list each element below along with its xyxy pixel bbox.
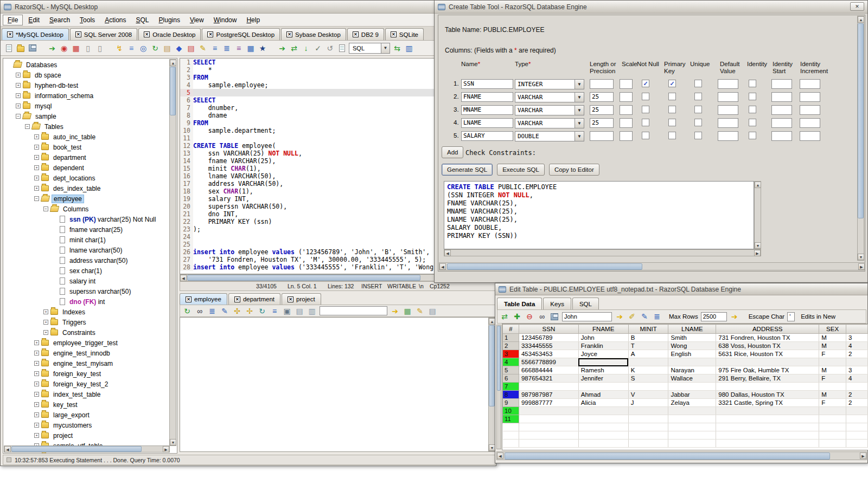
cell[interactable] — [716, 358, 819, 366]
row-number[interactable]: 10 — [503, 407, 519, 415]
expand-icon[interactable]: + — [43, 320, 48, 325]
paste-icon[interactable]: ▥ — [307, 306, 317, 316]
result-tab-project[interactable]: ✕project — [282, 293, 321, 305]
cell[interactable]: 2 — [846, 391, 868, 399]
expand-icon[interactable]: + — [34, 433, 39, 438]
primary-key-checkbox[interactable] — [668, 93, 676, 100]
cell[interactable] — [578, 358, 628, 366]
primary-key-checkbox[interactable] — [668, 106, 676, 113]
cell[interactable]: Narayan — [668, 366, 716, 374]
sql-mode-combobox[interactable]: SQL▼ — [349, 43, 390, 54]
add-row-icon[interactable]: ✚ — [512, 312, 522, 321]
tree-item-engine_test_innodb[interactable]: +engine_test_innodb — [3, 348, 164, 358]
edit-results-icon[interactable]: ✎ — [415, 306, 425, 316]
table-row[interactable]: 6987654321JenniferSWallace291 Berry, Bel… — [503, 374, 868, 383]
dialog-vscrollbar[interactable]: ▲ ▼ — [857, 16, 864, 261]
cell[interactable]: John — [578, 334, 628, 342]
list-icon[interactable]: ≡ — [270, 306, 279, 316]
table-row[interactable]: 5666884444RameshKNarayan975 Fire Oak, Hu… — [503, 366, 868, 374]
results-vscroll-thumb[interactable] — [489, 325, 495, 406]
tree-item-auto_inc_table[interactable]: +auto_inc_table — [3, 132, 164, 142]
column-header-#[interactable]: # — [503, 325, 519, 334]
not-null-checkbox[interactable] — [642, 106, 649, 113]
key-icon[interactable]: ✣ — [232, 306, 242, 316]
copy-to-editor-button[interactable]: Copy to Editor — [549, 164, 599, 176]
cell[interactable] — [519, 383, 578, 391]
scroll-right-icon[interactable]: ▶ — [860, 453, 866, 459]
row-number[interactable]: 1 — [503, 334, 519, 342]
tree-item-index_test_table[interactable]: +index_test_table — [3, 389, 164, 399]
cell[interactable] — [628, 358, 668, 366]
menu-item-file[interactable]: File — [3, 15, 23, 25]
cell[interactable]: F — [819, 350, 846, 358]
save-icon[interactable] — [550, 312, 559, 321]
primary-key-checkbox[interactable]: ✓ — [668, 80, 676, 87]
menu-item-actions[interactable]: Actions — [100, 15, 130, 25]
collapse-icon[interactable]: − — [34, 196, 39, 201]
tree-item-department[interactable]: +department — [3, 152, 164, 163]
connection-tab-sql-server-2008[interactable]: ✕SQL Server 2008 — [70, 28, 137, 40]
tree-item-foreign_key_test_2[interactable]: +foreign_key_test_2 — [3, 379, 164, 389]
tree-vscroll-thumb[interactable] — [170, 67, 176, 115]
scroll-left-icon[interactable]: ◀ — [497, 453, 503, 459]
edit-search-input[interactable]: John — [562, 312, 612, 321]
menu-item-search[interactable]: Search — [45, 15, 74, 25]
unique-checkbox[interactable] — [694, 119, 702, 126]
cell[interactable]: M — [819, 342, 846, 350]
cell[interactable] — [716, 415, 819, 423]
cell[interactable]: 3321 Castle, Spring TX — [716, 399, 819, 407]
row-number[interactable]: 5 — [503, 366, 519, 374]
cell[interactable] — [819, 383, 846, 391]
connection-tab-postgresql-desktop[interactable]: ✕PostgreSQL Desktop — [202, 28, 280, 40]
menu-item-sql[interactable]: SQL — [132, 15, 154, 25]
column-header-SSN[interactable]: SSN — [519, 325, 578, 334]
column-type-select[interactable]: INTEGER▼ — [515, 79, 584, 89]
object-icon[interactable]: ◆ — [174, 43, 184, 53]
primary-key-checkbox[interactable] — [668, 119, 676, 126]
cell[interactable]: 5566778899 — [519, 358, 578, 366]
scroll-left-icon[interactable]: ◀ — [444, 250, 451, 256]
column-name-input[interactable]: FNAME — [461, 92, 513, 102]
tab-sql[interactable]: SQL — [572, 298, 599, 309]
collapse-icon[interactable]: − — [16, 114, 21, 119]
edit-icon[interactable]: ✎ — [640, 312, 649, 321]
column-name-input[interactable]: LNAME — [461, 118, 513, 128]
cell[interactable] — [846, 415, 868, 423]
table-row[interactable]: 1123456789JohnBSmith731 Fondren, Houston… — [503, 334, 868, 342]
refresh-icon[interactable]: ⇄ — [500, 312, 509, 321]
scroll-down-icon[interactable]: ▼ — [755, 242, 761, 249]
clipboard-icon[interactable]: ▤ — [162, 43, 172, 53]
close-tab-icon[interactable]: ✕ — [286, 31, 292, 37]
connection-tab-sybase-desktop[interactable]: ✕Sybase Desktop — [281, 28, 346, 40]
column-header-SEX[interactable]: SEX — [819, 325, 846, 334]
tree-item-indexes[interactable]: +Indexes — [3, 307, 164, 317]
cell[interactable]: T — [628, 342, 668, 350]
unique-checkbox[interactable] — [694, 80, 702, 87]
expand-icon[interactable]: + — [34, 371, 39, 376]
expand-icon[interactable]: + — [34, 145, 39, 150]
column-header-FNAME[interactable]: FNAME — [578, 325, 628, 334]
expand-icon[interactable]: + — [43, 309, 48, 314]
cell[interactable]: 453453453 — [519, 350, 578, 358]
edit-list-icon[interactable]: ✎ — [198, 43, 208, 53]
close-tab-icon[interactable]: ✕ — [186, 296, 192, 302]
expand-icon[interactable]: + — [16, 104, 21, 108]
length-input[interactable] — [590, 131, 614, 141]
delete-row-icon[interactable]: ⊖ — [525, 312, 534, 321]
not-null-checkbox[interactable] — [642, 93, 649, 100]
scroll-up-icon[interactable]: ▲ — [755, 182, 761, 188]
edit-left-vscrollbar[interactable] — [496, 325, 501, 449]
favorites-icon[interactable]: ★ — [258, 43, 267, 53]
scale-input[interactable] — [620, 105, 633, 115]
close-tab-icon[interactable]: ✕ — [144, 31, 150, 37]
menu-item-plugins[interactable]: Plugins — [155, 15, 184, 25]
cell[interactable]: Joyce — [578, 350, 628, 358]
cell[interactable]: Smith — [668, 334, 716, 342]
copy-editor-icon[interactable] — [337, 43, 347, 53]
expand-icon[interactable]: + — [16, 93, 21, 98]
connection-tab--mysql-desktop[interactable]: ✕*MySQL Desktop — [2, 28, 69, 40]
tree-item-sample[interactable]: −sample — [3, 111, 164, 121]
expand-icon[interactable]: + — [34, 392, 39, 397]
cell[interactable]: Zelaya — [668, 399, 716, 407]
column-header-LNAME[interactable]: LNAME — [668, 325, 716, 334]
